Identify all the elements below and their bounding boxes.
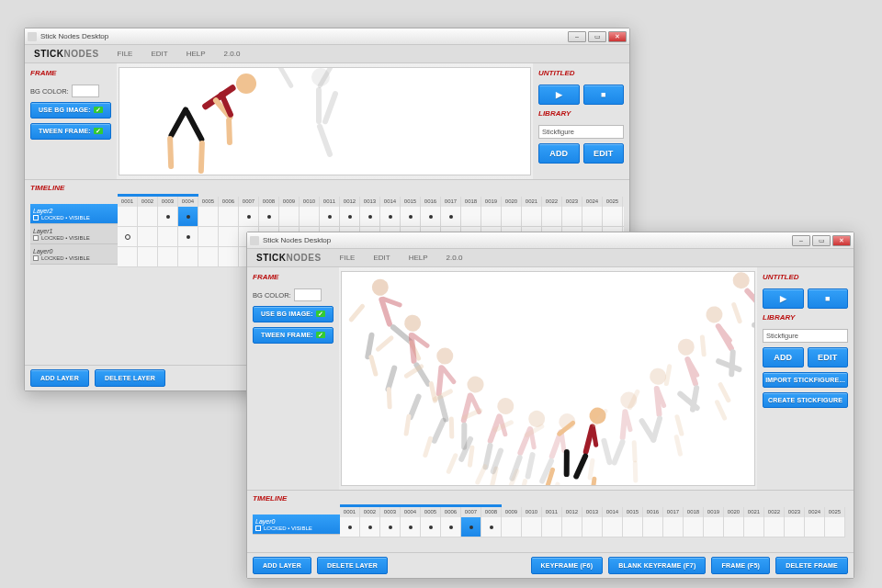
frame-number[interactable]: 0007 — [239, 197, 259, 207]
frame-cell[interactable] — [340, 207, 360, 227]
frame-cell[interactable] — [582, 207, 603, 227]
frame-cell[interactable] — [138, 207, 158, 227]
frame-cell[interactable] — [684, 517, 704, 537]
frame-cell[interactable] — [724, 517, 744, 537]
frame-cell[interactable] — [401, 517, 421, 537]
frame-cell[interactable] — [805, 517, 825, 537]
menu-file[interactable]: FILE — [331, 254, 365, 262]
frame-cell[interactable] — [522, 207, 542, 227]
frame-number[interactable]: 0022 — [542, 197, 562, 207]
frame-number[interactable]: 0019 — [704, 507, 724, 517]
menu-edit[interactable]: EDIT — [141, 50, 176, 58]
frame-cell[interactable] — [825, 517, 845, 537]
frame-cell[interactable] — [178, 247, 198, 267]
frame-number[interactable]: 0006 — [441, 507, 461, 517]
frame-number[interactable]: 0016 — [643, 507, 663, 517]
frame-cell[interactable] — [441, 207, 461, 227]
create-stickfigure-button[interactable]: CREATE STICKFIGURE — [763, 392, 848, 408]
frame-cell[interactable] — [461, 207, 481, 227]
titlebar[interactable]: Stick Nodes Desktop – ▭ ✕ — [25, 28, 629, 45]
frame-number[interactable]: 0009 — [279, 197, 300, 207]
frame-number[interactable]: 0026 — [623, 197, 624, 207]
frame-cell[interactable] — [421, 517, 441, 537]
frame-number[interactable]: 0020 — [502, 197, 522, 207]
frame-number[interactable]: 0020 — [724, 507, 744, 517]
bg-color-swatch[interactable] — [294, 288, 322, 301]
frame-cell[interactable] — [502, 207, 522, 227]
frame-number[interactable]: 0002 — [138, 197, 158, 207]
frame-cell[interactable] — [562, 207, 582, 227]
frame-cell[interactable] — [380, 207, 401, 227]
frame-cell[interactable] — [603, 517, 623, 537]
add-button[interactable]: ADD — [538, 143, 580, 164]
frame-number[interactable]: 0005 — [198, 197, 219, 207]
frame-cell[interactable] — [785, 517, 805, 537]
use-bg-image-button[interactable]: USE BG IMAGE: — [253, 306, 334, 322]
close-button[interactable]: ✕ — [608, 31, 627, 42]
frame-cell[interactable] — [542, 517, 562, 537]
minimize-button[interactable]: – — [792, 235, 810, 246]
frame-cell[interactable] — [481, 517, 502, 537]
frame-cell[interactable] — [481, 207, 502, 227]
titlebar[interactable]: Stick Nodes Desktop – ▭ ✕ — [247, 232, 854, 249]
menu-help[interactable]: HELP — [400, 254, 437, 262]
frame-cell[interactable] — [401, 207, 421, 227]
frame-cell[interactable] — [219, 207, 239, 227]
frame-number[interactable]: 0013 — [582, 507, 603, 517]
frame-cell[interactable] — [158, 247, 178, 267]
frame-cell[interactable] — [239, 207, 259, 227]
frame-number[interactable]: 0024 — [805, 507, 825, 517]
frame-cell[interactable] — [219, 227, 239, 247]
frame-cell[interactable] — [764, 517, 785, 537]
delete-frame-button[interactable]: DELETE FRAME — [775, 557, 848, 574]
frame-number[interactable]: 0010 — [300, 197, 320, 207]
minimize-button[interactable]: – — [568, 31, 586, 42]
frame-cell[interactable] — [360, 207, 380, 227]
frame-number[interactable]: 0023 — [562, 197, 582, 207]
frame-number[interactable]: 0001 — [118, 197, 138, 207]
frame-number[interactable]: 0017 — [441, 197, 461, 207]
frame-cell[interactable] — [744, 517, 764, 537]
edit-button[interactable]: EDIT — [808, 347, 849, 368]
add-layer-button[interactable]: ADD LAYER — [253, 557, 311, 574]
frame-cell[interactable] — [360, 517, 380, 537]
delete-layer-button[interactable]: DELETE LAYER — [95, 369, 165, 387]
frame-number[interactable]: 0021 — [744, 507, 764, 517]
frame-number[interactable]: 0005 — [421, 507, 441, 517]
canvas[interactable] — [341, 271, 755, 486]
layer-cell[interactable]: Layer2LOCKED • VISIBLE — [30, 204, 118, 224]
frame-cell[interactable] — [300, 207, 320, 227]
frame-number[interactable]: 0025 — [603, 197, 623, 207]
frame-number[interactable]: 0012 — [562, 507, 582, 517]
frame-number[interactable]: 0008 — [481, 507, 502, 517]
frame-number[interactable]: 0009 — [502, 507, 522, 517]
frame-number[interactable]: 0006 — [219, 197, 239, 207]
frame-cell[interactable] — [279, 207, 300, 227]
menu-help[interactable]: HELP — [177, 50, 215, 58]
import-stickfigure-button[interactable]: IMPORT STICKFIGURE... — [763, 372, 848, 388]
stop-button[interactable]: ■ — [808, 288, 849, 309]
frame-cell[interactable] — [138, 227, 158, 247]
library-item-input[interactable]: Stickfigure — [763, 329, 848, 343]
frame-cell[interactable] — [522, 517, 542, 537]
menu-edit[interactable]: EDIT — [364, 254, 399, 262]
play-button[interactable]: ▶ — [538, 85, 580, 105]
add-button[interactable]: ADD — [763, 347, 804, 368]
frame-number[interactable]: 0014 — [603, 507, 623, 517]
frame-cell[interactable] — [320, 207, 340, 227]
library-item-input[interactable]: Stickfigure — [538, 125, 624, 139]
frame-cell[interactable] — [623, 517, 643, 537]
frame-number[interactable]: 0010 — [522, 507, 542, 517]
frame-number[interactable]: 0015 — [401, 197, 421, 207]
frame-cell[interactable] — [118, 247, 138, 267]
frame-cell[interactable] — [198, 247, 219, 267]
frame-number[interactable]: 0004 — [401, 507, 421, 517]
frame-cell[interactable] — [461, 517, 481, 537]
frame-cell[interactable] — [259, 207, 279, 227]
frame-number[interactable]: 0019 — [481, 197, 502, 207]
frame-number[interactable]: 0008 — [259, 197, 279, 207]
frame-number[interactable]: 0011 — [542, 507, 562, 517]
keyframe-button[interactable]: KEYFRAME (F6) — [531, 557, 604, 574]
layer-cell[interactable]: Layer1LOCKED • VISIBLE — [30, 224, 118, 244]
frame-cell[interactable] — [158, 207, 178, 227]
